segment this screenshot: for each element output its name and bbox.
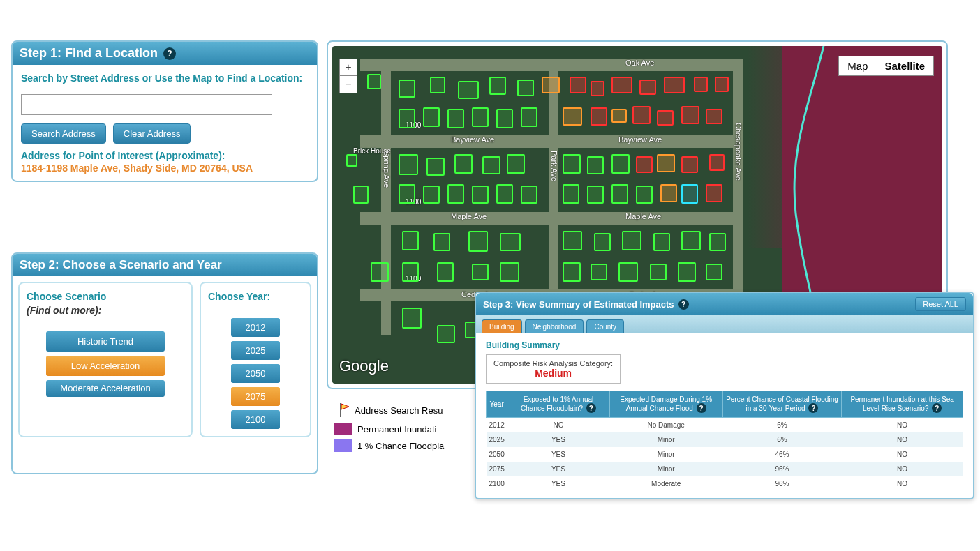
building-outline bbox=[482, 156, 500, 174]
building-outline bbox=[611, 154, 630, 174]
help-icon[interactable]: ? bbox=[678, 299, 689, 310]
building-outline bbox=[437, 325, 455, 343]
scenario-subpanel: Choose Scenario (Find out more): Histori… bbox=[18, 282, 193, 437]
building-outline bbox=[433, 233, 450, 251]
building-outline bbox=[594, 233, 611, 251]
table-row: 2025 YES Minor 6% NO bbox=[487, 432, 963, 447]
label-bayview2: Bayview Ave bbox=[618, 135, 662, 144]
building-outline bbox=[399, 80, 415, 98]
building-outline bbox=[489, 77, 506, 95]
reset-all-button[interactable]: Reset ALL bbox=[915, 297, 966, 311]
building-outline bbox=[636, 186, 653, 204]
summary-tbody: 2012 NO No Damage 6% NO 2025 YES Minor 6… bbox=[487, 418, 963, 492]
help-icon[interactable]: ? bbox=[163, 47, 176, 60]
building-outline bbox=[587, 186, 604, 204]
tab-neighborhood[interactable]: Neighborhood bbox=[525, 319, 584, 333]
help-icon[interactable]: ? bbox=[586, 403, 596, 413]
building-outline bbox=[709, 154, 725, 171]
building-outline bbox=[611, 109, 627, 123]
building-outline bbox=[563, 107, 582, 126]
building-outline bbox=[468, 231, 488, 252]
building-outline bbox=[715, 77, 729, 92]
risk-category-label: Composite Risk Analysis Category: bbox=[493, 359, 613, 368]
building-outline bbox=[622, 231, 641, 250]
building-outline bbox=[542, 77, 560, 93]
building-outline bbox=[678, 262, 696, 282]
building-outline bbox=[402, 262, 419, 282]
year-2050[interactable]: 2050 bbox=[231, 364, 280, 383]
step3-tabs: Building Neighborhood County bbox=[476, 315, 973, 333]
map-type-map[interactable]: Map bbox=[839, 56, 876, 75]
risk-category-box: Composite Risk Analysis Category: Medium bbox=[486, 354, 621, 384]
year-2012[interactable]: 2012 bbox=[231, 318, 280, 337]
building-outline bbox=[399, 109, 415, 128]
risk-category-value: Medium bbox=[493, 368, 613, 379]
help-icon[interactable]: ? bbox=[932, 403, 942, 413]
table-row: 2012 NO No Damage 6% NO bbox=[487, 418, 963, 433]
year-2075[interactable]: 2075 bbox=[231, 387, 280, 406]
building-outline bbox=[591, 107, 607, 126]
label-park: Park Ave bbox=[550, 151, 558, 181]
help-icon[interactable]: ? bbox=[808, 403, 818, 413]
search-label: Search by Street Address or Use the Map … bbox=[21, 72, 309, 86]
table-row: 2075 YES Minor 96% NO bbox=[487, 462, 963, 476]
building-outline bbox=[447, 109, 464, 128]
map-type-satellite[interactable]: Satellite bbox=[876, 56, 933, 75]
building-outline bbox=[681, 184, 698, 204]
building-outline bbox=[521, 186, 537, 204]
building-outline bbox=[458, 81, 479, 99]
building-outline bbox=[681, 231, 701, 250]
building-outline bbox=[507, 154, 525, 174]
year-2025[interactable]: 2025 bbox=[231, 341, 280, 360]
building-outline bbox=[500, 262, 519, 282]
building-outline bbox=[706, 109, 722, 124]
building-outline bbox=[639, 80, 656, 95]
tab-county[interactable]: County bbox=[586, 319, 624, 333]
label-spring: Spring Ave bbox=[383, 151, 391, 188]
search-address-button[interactable]: Search Address bbox=[21, 123, 106, 144]
table-row: 2100 YES Moderate 96% NO bbox=[487, 476, 963, 491]
building-outline bbox=[472, 186, 489, 204]
label-maple2: Maple Ave bbox=[625, 212, 661, 220]
legend-swatch-permanent bbox=[334, 423, 352, 435]
building-outline bbox=[591, 81, 604, 96]
th-year: Year bbox=[487, 391, 507, 418]
clear-address-button[interactable]: Clear Address bbox=[113, 123, 191, 144]
legend-swatch-1pct bbox=[334, 439, 352, 452]
building-outline bbox=[423, 186, 440, 204]
tab-building[interactable]: Building bbox=[482, 319, 522, 333]
table-row: 2050 YES Minor 46% NO bbox=[487, 447, 963, 462]
building-outline bbox=[709, 233, 726, 251]
year-2100[interactable]: 2100 bbox=[231, 410, 280, 429]
scenario-historic-trend[interactable]: Historic Trend bbox=[46, 331, 165, 352]
scenario-moderate-acceleration[interactable]: Moderate Acceleration bbox=[46, 380, 165, 397]
building-outline bbox=[636, 156, 653, 173]
poi-label: Address for Point of Interest (Approxima… bbox=[21, 149, 309, 163]
scenario-low-acceleration[interactable]: Low Acceleration bbox=[46, 356, 165, 376]
zoom-control: + − bbox=[339, 59, 357, 93]
road-spring bbox=[381, 59, 391, 335]
building-outline bbox=[472, 107, 489, 127]
building-outline bbox=[563, 262, 581, 282]
building-outline bbox=[472, 264, 489, 280]
label-brick: Brick House bbox=[353, 147, 391, 155]
summary-table: Year Exposed to 1% Annual Chance Floodpl… bbox=[486, 391, 963, 491]
building-outline bbox=[563, 184, 579, 204]
building-outline bbox=[681, 156, 698, 173]
help-icon[interactable]: ? bbox=[697, 403, 706, 413]
year-label: Choose Year: bbox=[208, 290, 303, 304]
building-outline bbox=[423, 107, 440, 127]
poi-value: 1184-1198 Maple Ave, Shady Side, MD 2076… bbox=[21, 163, 309, 174]
address-input[interactable] bbox=[21, 94, 272, 115]
building-outline bbox=[570, 77, 586, 93]
building-outline bbox=[500, 233, 521, 251]
building-outline bbox=[496, 109, 513, 128]
building-outline bbox=[521, 107, 537, 127]
zoom-out-button[interactable]: − bbox=[340, 76, 357, 93]
building-outline bbox=[517, 80, 534, 96]
legend-permanent-label: Permanent Inundati bbox=[357, 424, 436, 435]
building-outline bbox=[660, 184, 677, 202]
building-outline bbox=[657, 110, 674, 126]
building-outline bbox=[402, 231, 419, 250]
zoom-in-button[interactable]: + bbox=[340, 59, 357, 76]
